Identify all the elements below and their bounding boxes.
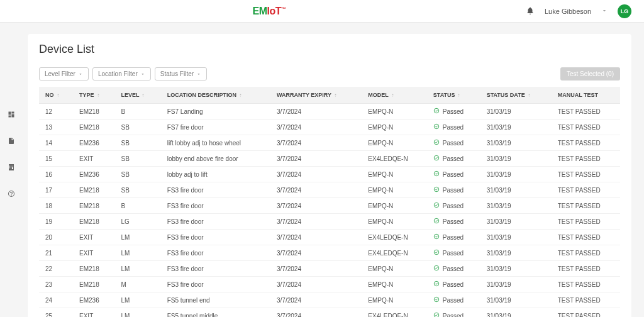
cell-manual-test: TEST PASSED bbox=[552, 135, 620, 151]
cell-model: EMPQ-N bbox=[362, 214, 427, 230]
table-row[interactable]: 17 EM218 SB FS3 fire door 3/7/2024 EMPQ-… bbox=[39, 182, 620, 198]
chevron-down-icon bbox=[140, 72, 145, 77]
bell-icon[interactable] bbox=[526, 6, 535, 16]
cell-level: SB bbox=[114, 120, 160, 135]
cell-location: FS3 fire door bbox=[161, 277, 270, 292]
location-filter-button[interactable]: Location Filter bbox=[92, 67, 151, 81]
cell-location: lobby adj to lift bbox=[161, 167, 270, 182]
cell-status: Passed bbox=[427, 151, 480, 167]
cell-model: EX4LEDQE-N bbox=[362, 151, 427, 167]
table-row[interactable]: 16 EM236 SB lobby adj to lift 3/7/2024 E… bbox=[39, 167, 620, 182]
svg-point-6 bbox=[434, 203, 439, 208]
cell-type: EM236 bbox=[73, 167, 114, 182]
table-row[interactable]: 12 EM218 B FS7 Landing 3/7/2024 EMPQ-N P… bbox=[39, 104, 620, 120]
cell-location: lift lobby adj to hose wheel bbox=[161, 135, 270, 151]
svg-point-4 bbox=[434, 171, 439, 176]
table-row[interactable]: 21 EXIT LM FS3 fire door 3/7/2024 EX4LED… bbox=[39, 245, 620, 261]
cell-status-date: 31/03/19 bbox=[480, 198, 552, 214]
cell-location: FS3 fire door bbox=[161, 182, 270, 198]
table-row[interactable]: 23 EM218 M FS3 fire door 3/7/2024 EMPQ-N… bbox=[39, 277, 620, 292]
cell-status: Passed bbox=[427, 292, 480, 308]
cell-status-date: 31/03/19 bbox=[480, 230, 552, 245]
cell-no: 19 bbox=[39, 214, 73, 230]
cell-manual-test: TEST PASSED bbox=[552, 214, 620, 230]
table-row[interactable]: 20 EXIT LM FS3 fire door 3/7/2024 EX4LED… bbox=[39, 230, 620, 245]
table-row[interactable]: 25 EXIT LM FS5 tunnel middle 3/7/2024 EX… bbox=[39, 308, 620, 318]
help-icon[interactable] bbox=[8, 190, 15, 199]
cell-status: Passed bbox=[427, 135, 480, 151]
logo-tm: ™ bbox=[281, 6, 286, 11]
document-icon[interactable] bbox=[8, 137, 15, 146]
cell-level: SB bbox=[114, 182, 160, 198]
level-filter-label: Level Filter bbox=[45, 70, 75, 77]
table-row[interactable]: 18 EM218 B FS3 fire door 3/7/2024 EMPQ-N… bbox=[39, 198, 620, 214]
table-row[interactable]: 24 EM236 LM FS5 tunnel end 3/7/2024 EMPQ… bbox=[39, 292, 620, 308]
col-status-date[interactable]: STATUS DATE bbox=[480, 87, 552, 104]
cell-model: EMPQ-N bbox=[362, 120, 427, 135]
cell-manual-test: TEST PASSED bbox=[552, 230, 620, 245]
avatar[interactable]: LG bbox=[618, 4, 631, 18]
cell-type: EXIT bbox=[73, 245, 114, 261]
cell-level: SB bbox=[114, 167, 160, 182]
cell-warranty: 3/7/2024 bbox=[270, 308, 362, 318]
table-row[interactable]: 13 EM218 SB FS7 fire door 3/7/2024 EMPQ-… bbox=[39, 120, 620, 135]
col-location[interactable]: LOCATION DESCRIPTION bbox=[161, 87, 270, 104]
status-filter-button[interactable]: Status Filter bbox=[155, 67, 207, 81]
cell-status-date: 31/03/19 bbox=[480, 120, 552, 135]
cell-level: SB bbox=[114, 151, 160, 167]
chevron-down-icon[interactable] bbox=[601, 8, 608, 15]
sort-icon bbox=[389, 92, 395, 98]
cell-manual-test: TEST PASSED bbox=[552, 198, 620, 214]
col-manual-test[interactable]: MANUAL TEST bbox=[552, 87, 620, 104]
cell-status: Passed bbox=[427, 308, 480, 318]
cell-model: EMPQ-N bbox=[362, 104, 427, 120]
cell-no: 16 bbox=[39, 167, 73, 182]
cell-status-date: 31/03/19 bbox=[480, 104, 552, 120]
cell-location: FS3 fire door bbox=[161, 261, 270, 277]
cell-location: FS3 fire door bbox=[161, 198, 270, 214]
col-level[interactable]: LEVEL bbox=[114, 87, 160, 104]
svg-point-11 bbox=[434, 281, 439, 286]
cell-status: Passed bbox=[427, 245, 480, 261]
cell-model: EMPQ-N bbox=[362, 198, 427, 214]
col-no[interactable]: NO bbox=[39, 87, 73, 104]
level-filter-button[interactable]: Level Filter bbox=[39, 67, 89, 81]
cell-location: lobby end above fire door bbox=[161, 151, 270, 167]
cell-manual-test: TEST PASSED bbox=[552, 167, 620, 182]
cell-type: EM236 bbox=[73, 135, 114, 151]
cell-status: Passed bbox=[427, 261, 480, 277]
check-icon bbox=[433, 186, 440, 194]
check-icon bbox=[433, 123, 440, 131]
cell-status-date: 31/03/19 bbox=[480, 261, 552, 277]
svg-point-1 bbox=[434, 124, 439, 129]
svg-point-5 bbox=[434, 187, 439, 192]
cell-status-date: 31/03/19 bbox=[480, 151, 552, 167]
col-status[interactable]: STATUS bbox=[427, 87, 480, 104]
col-type[interactable]: TYPE bbox=[73, 87, 114, 104]
building-icon[interactable] bbox=[8, 164, 15, 172]
main: Device List Level Filter Location Filter… bbox=[23, 23, 644, 317]
col-warranty[interactable]: WARRANTY EXPIRY bbox=[270, 87, 362, 104]
cell-model: EMPQ-N bbox=[362, 292, 427, 308]
table-row[interactable]: 22 EM218 LM FS3 fire door 3/7/2024 EMPQ-… bbox=[39, 261, 620, 277]
cell-status-date: 31/03/19 bbox=[480, 182, 552, 198]
cell-manual-test: TEST PASSED bbox=[552, 182, 620, 198]
cell-status: Passed bbox=[427, 167, 480, 182]
check-icon bbox=[433, 296, 440, 304]
test-selected-button[interactable]: Test Selected (0) bbox=[560, 67, 620, 81]
sort-icon bbox=[236, 92, 243, 98]
col-model[interactable]: MODEL bbox=[362, 87, 427, 104]
cell-no: 15 bbox=[39, 151, 73, 167]
table-row[interactable]: 19 EM218 LG FS3 fire door 3/7/2024 EMPQ-… bbox=[39, 214, 620, 230]
cell-model: EX4LEDQE-N bbox=[362, 245, 427, 261]
table-row[interactable]: 14 EM236 SB lift lobby adj to hose wheel… bbox=[39, 135, 620, 151]
dashboard-icon[interactable] bbox=[8, 111, 15, 120]
cell-model: EMPQ-N bbox=[362, 167, 427, 182]
table-row[interactable]: 15 EXIT SB lobby end above fire door 3/7… bbox=[39, 151, 620, 167]
sidebar bbox=[0, 23, 23, 317]
cell-type: EM218 bbox=[73, 214, 114, 230]
cell-level: M bbox=[114, 277, 160, 292]
cell-location: FS5 tunnel end bbox=[161, 292, 270, 308]
status-filter-label: Status Filter bbox=[160, 70, 194, 77]
cell-status-date: 31/03/19 bbox=[480, 135, 552, 151]
